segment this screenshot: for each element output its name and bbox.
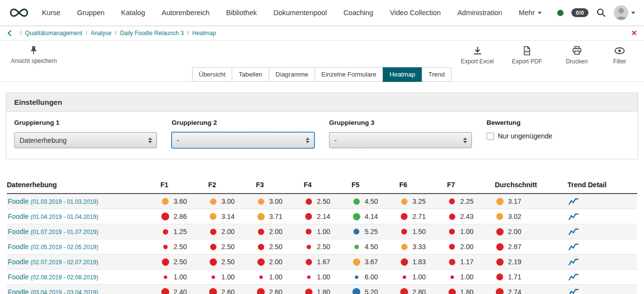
- score-dot: [257, 213, 265, 220]
- trend-detail-button[interactable]: [567, 228, 637, 236]
- foodle-link[interactable]: Foodle (01.07.2019 - 01.07.2019): [8, 228, 98, 235]
- infinity-logo-icon: [9, 7, 29, 18]
- notification-counter-badge[interactable]: 0/0: [571, 8, 588, 17]
- score-value: 2.60: [221, 288, 234, 294]
- pushpin-icon: [30, 46, 38, 55]
- trend-detail-button[interactable]: [567, 243, 637, 251]
- foodle-link[interactable]: Foodle (03.04.2019 - 03.04.2019): [8, 288, 98, 294]
- foodle-link[interactable]: Foodle (01.04.2019 - 01.04.2019): [8, 213, 98, 220]
- score-cell-f6: 1.83: [399, 258, 447, 266]
- back-chevron-icon[interactable]: [7, 30, 12, 37]
- close-icon[interactable]: ✕: [631, 29, 637, 38]
- breadcrumb-item-heatmap[interactable]: Heatmap: [192, 30, 216, 37]
- score-value: 2.00: [269, 228, 282, 235]
- score-value: 2.50: [174, 258, 187, 266]
- score-dot: [449, 259, 455, 265]
- score-value: 1.80: [460, 288, 473, 294]
- print-button[interactable]: Drucken: [556, 46, 597, 81]
- user-menu[interactable]: [614, 5, 635, 20]
- trend-chart-icon: [568, 243, 579, 251]
- score-value: 3.71: [269, 213, 282, 220]
- search-icon[interactable]: [596, 8, 606, 18]
- score-dot: [401, 213, 408, 220]
- grouping-2-label: Gruppierung 2: [172, 119, 329, 126]
- trend-detail-button[interactable]: [567, 197, 637, 206]
- score-cell-f6: 2.71: [399, 213, 447, 220]
- app-logo[interactable]: [9, 7, 29, 18]
- nav-item-video-collection[interactable]: Video Collection: [390, 9, 441, 17]
- grouping-2-block: Gruppierung 2 -: [172, 119, 329, 148]
- score-dot: [403, 275, 406, 279]
- trend-detail-button[interactable]: [567, 288, 637, 294]
- score-value: 2.74: [508, 288, 521, 294]
- score-cell-f7: 1.00: [447, 273, 495, 281]
- breadcrumb-item-analyse[interactable]: Analyse: [91, 30, 112, 37]
- export-excel-button[interactable]: Export Excel: [457, 46, 498, 81]
- col-f5: F5: [351, 181, 399, 189]
- score-cell-f4: 1.67: [304, 258, 351, 266]
- foodle-link[interactable]: Foodle (01.03.2019 - 01.03.2019): [8, 197, 98, 205]
- grouping-1-select[interactable]: Datenerhebung: [14, 132, 157, 148]
- score-dot: [257, 288, 265, 294]
- tab-einzelne-formulare[interactable]: Einzelne Formulare: [314, 67, 383, 82]
- trend-detail-button[interactable]: [567, 273, 637, 281]
- score-dot: [449, 229, 455, 235]
- trend-chart-icon: [568, 273, 579, 281]
- nav-item-mehr[interactable]: Mehr: [519, 9, 542, 17]
- nav-item-coaching[interactable]: Coaching: [343, 9, 373, 17]
- score-value: 2.00: [508, 228, 521, 235]
- nur-ungenuegende-checkbox[interactable]: [487, 133, 494, 140]
- breadcrumb-item-daily-foodle[interactable]: Daily Foodle Relaunch 3: [120, 30, 184, 37]
- nav-item-dokumentenpool[interactable]: Dokumentenpool: [273, 9, 327, 17]
- foodle-link[interactable]: Foodle (02.05.2019 - 02.05.2019): [8, 243, 98, 251]
- score-cell-f5: 5.25: [351, 228, 399, 235]
- score-cell-f6: 2.80: [399, 288, 447, 294]
- tab-uebersicht[interactable]: Übersicht: [192, 67, 233, 82]
- row-link-dates: (01.04.2019 - 01.04.2019): [31, 214, 98, 220]
- breadcrumb: / Qualitätsmanagement / Analyse / Daily …: [0, 25, 644, 41]
- nav-item-autorenbereich[interactable]: Autorenbereich: [162, 9, 210, 17]
- filter-button[interactable]: Filter: [606, 46, 633, 81]
- row-link-name: Foodle: [8, 288, 29, 294]
- score-cell-f4: 1.00: [304, 228, 351, 235]
- foodle-link[interactable]: Foodle (02.08.2019 - 02.08.2019): [8, 273, 98, 281]
- nav-item-administration[interactable]: Administration: [457, 9, 502, 17]
- tab-diagramme[interactable]: Diagramme: [269, 67, 315, 82]
- trend-chart-icon: [568, 197, 579, 206]
- col-f2: F2: [208, 181, 256, 189]
- foodle-link[interactable]: Foodle (02.07.2019 - 02.07.2019): [8, 258, 98, 266]
- nav-item-kurse[interactable]: Kurse: [42, 9, 60, 17]
- tab-trend[interactable]: Trend: [422, 67, 451, 82]
- download-icon: [472, 46, 483, 56]
- row-link-name: Foodle: [8, 228, 29, 235]
- score-cell-f3: 2.60: [256, 288, 304, 294]
- trend-detail-button[interactable]: [567, 213, 637, 221]
- nav-item-gruppen[interactable]: Gruppen: [77, 9, 104, 17]
- score-value: 3.17: [508, 197, 521, 205]
- datenerhebung-cell: Foodle (02.05.2019 - 02.05.2019): [7, 243, 160, 251]
- grouping-2-select[interactable]: -: [172, 132, 314, 148]
- nav-item-bibliothek[interactable]: Bibliothek: [226, 9, 257, 17]
- datenerhebung-cell: Foodle (01.07.2019 - 01.07.2019): [7, 228, 160, 235]
- grouping-3-select[interactable]: -: [329, 132, 472, 148]
- row-link-dates: (01.03.2019 - 01.03.2019): [31, 198, 98, 205]
- trend-detail-button[interactable]: [567, 258, 637, 266]
- breadcrumb-item-qualitaetsmanagement[interactable]: Qualitätsmanagement: [25, 30, 82, 37]
- datenerhebung-cell: Foodle (01.04.2019 - 01.04.2019): [7, 213, 160, 220]
- tab-tabellen[interactable]: Tabellen: [232, 67, 269, 82]
- tab-heatmap[interactable]: Heatmap: [383, 67, 422, 82]
- score-cell-f6: 1.00: [399, 273, 447, 281]
- export-pdf-button[interactable]: PDF Export PDF: [507, 46, 547, 81]
- score-cell-f7: 1.80: [447, 288, 495, 294]
- score-value: 1.83: [412, 258, 426, 266]
- score-dot: [212, 275, 215, 279]
- heatmap-table-body: Foodle (01.03.2019 - 01.03.2019) 3.603.0…: [7, 194, 637, 294]
- nav-item-katalog[interactable]: Katalog: [121, 9, 145, 17]
- score-value: 2.00: [269, 258, 282, 266]
- save-view-button[interactable]: Ansicht speichern: [11, 46, 57, 81]
- grouping-3-block: Gruppierung 3 -: [329, 119, 487, 148]
- nur-ungenuegende-label: Nur ungenügende: [498, 132, 552, 140]
- score-cell-f2: 1.00: [208, 273, 256, 281]
- score-dot: [496, 274, 503, 280]
- grouping-1-label: Gruppierung 1: [14, 119, 172, 126]
